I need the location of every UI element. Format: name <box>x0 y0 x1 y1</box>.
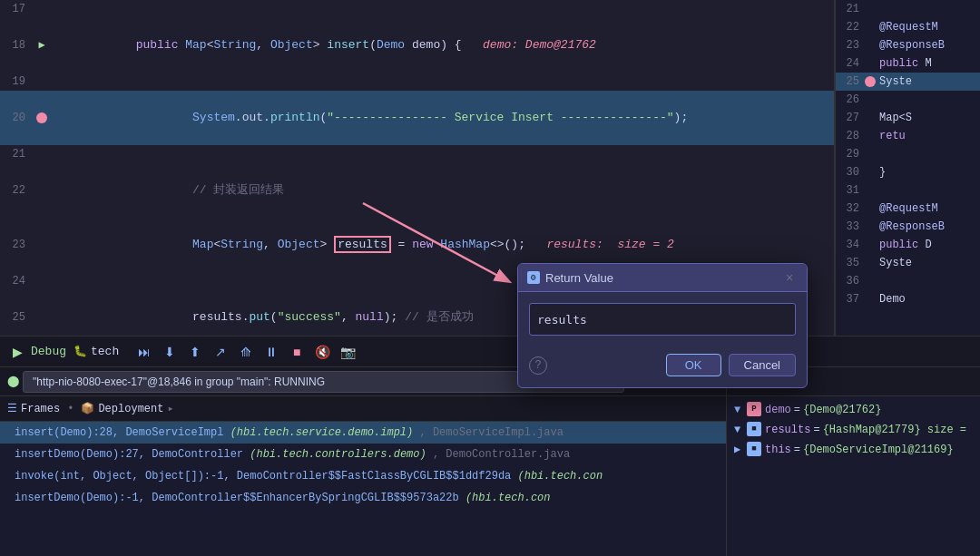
modal-body <box>518 292 807 346</box>
frame-item-3[interactable]: invoke(int, Object, Object[]):-1, DemoCo… <box>0 465 726 487</box>
var-item-this[interactable]: ▶ ■ this = {DemoServiceImpl@21169} <box>727 440 980 460</box>
frame-item-1[interactable]: insert(Demo):28, DemoServiceImpl (hbi.te… <box>0 422 726 444</box>
modal-title-left: ⚙ Return Value <box>527 271 613 285</box>
step-over-button[interactable]: ⏭ <box>133 342 155 362</box>
right-line-37: 37 Demo <box>836 290 980 308</box>
gutter-20 <box>33 112 51 123</box>
stop-button[interactable]: ■ <box>286 342 308 362</box>
frame-method-2: insertDemo(Demo):27, DemoController <box>15 448 243 461</box>
gutter-18: ▶ <box>33 36 51 54</box>
frames-header: ☰ Frames • 📦 Deployment ▸ <box>0 396 726 422</box>
right-c-27: Map<S <box>879 109 976 127</box>
code-area: 17 18 ▶ public Map<String, Object> inser… <box>0 0 980 336</box>
var-icon-results: ■ <box>747 422 761 436</box>
pause-button[interactable]: ⏸ <box>260 342 282 362</box>
var-eq-this: = <box>794 442 800 458</box>
line-num-24: 24 <box>4 272 33 290</box>
frame-class-3: (hbi.tech.con <box>518 470 603 483</box>
right-line-31: 31 <box>836 181 980 200</box>
mute-button[interactable]: 🔇 <box>311 342 333 362</box>
left-bottom: ⬤ "http-nio-8080-exec-17"@18,846 in grou… <box>0 367 726 556</box>
right-ln-30: 30 <box>839 163 865 181</box>
right-ln-34: 34 <box>839 236 865 254</box>
line-num-23: 23 <box>4 236 33 254</box>
right-c-33: @ResponseB <box>879 218 976 236</box>
right-c-25: Syste <box>879 73 976 91</box>
right-ln-36: 36 <box>839 272 865 290</box>
right-c-35: Syste <box>879 254 976 272</box>
run-cursor-button[interactable]: ↗ <box>210 342 231 362</box>
frame-file-2: , DemoController.java <box>433 448 570 461</box>
frame-item-2[interactable]: insertDemo(Demo):27, DemoController (hbi… <box>0 444 726 465</box>
right-line-30: 30 } <box>836 163 980 181</box>
modal-title-text: Return Value <box>545 271 613 285</box>
right-ln-26: 26 <box>839 91 865 109</box>
view-button[interactable]: 📷 <box>337 342 358 362</box>
line-num-20: 20 <box>4 109 33 127</box>
tech-tab-label: tech <box>91 345 119 358</box>
var-value-demo: {Demo@21762} <box>803 402 881 418</box>
right-ln-31: 31 <box>839 181 865 200</box>
frame-item-4[interactable]: insertDemo(Demo):-1, DemoController$$Enh… <box>0 487 726 509</box>
step-out-button[interactable]: ⬆ <box>184 342 206 362</box>
deployment-arrow: ▸ <box>167 402 173 415</box>
right-panel: 21 22 @RequestM 23 @ResponseB 24 public … <box>835 0 980 336</box>
frame-class-4: (hbi.tech.con <box>466 492 551 504</box>
var-item-results[interactable]: ▼ ■ results = {HashMap@21779} size = <box>727 420 980 440</box>
var-name-this: this <box>765 442 791 458</box>
var-item-demo[interactable]: ▼ P demo = {Demo@21762} <box>727 400 980 420</box>
modal-ok-button[interactable]: OK <box>666 354 721 376</box>
line-num-17: 17 <box>4 0 33 18</box>
modal-cancel-button[interactable]: Cancel <box>729 354 796 376</box>
right-c-24: public M <box>879 54 976 73</box>
debug-toolbar: ▶ Debug 🐛 tech ⏭ ⬇ ⬆ ↗ ⟰ ⏸ ■ 🔇 📷 <box>0 336 980 367</box>
right-line-34: 34 public D <box>836 236 980 254</box>
var-eq-demo: = <box>794 402 800 418</box>
right-ln-33: 33 <box>839 218 865 236</box>
modal-buttons: OK Cancel <box>666 354 796 376</box>
line-num-19: 19 <box>4 73 33 91</box>
frames-content: insert(Demo):28, DemoServiceImpl (hbi.te… <box>0 422 726 556</box>
modal-close-button[interactable]: × <box>781 269 798 286</box>
run-button[interactable]: ▶ <box>7 342 27 362</box>
modal-titlebar: ⚙ Return Value × <box>518 264 807 292</box>
modal-footer: ? OK Cancel <box>518 346 807 387</box>
right-c-34: public D <box>879 236 976 254</box>
right-ln-27: 27 <box>839 109 865 127</box>
frames-icon: ☰ <box>7 402 17 415</box>
right-ln-25: 25 <box>839 73 865 91</box>
var-toggle-results: ▼ <box>734 422 747 438</box>
line-num-18: 18 <box>4 36 33 54</box>
right-ln-37: 37 <box>839 290 865 308</box>
modal-help-button[interactable]: ? <box>529 356 547 375</box>
deployment-label: Deployment <box>98 403 163 415</box>
return-value-input[interactable] <box>529 303 796 336</box>
right-bp-25 <box>865 76 876 87</box>
var-toggle-demo: ▼ <box>734 402 747 418</box>
right-ln-23: 23 <box>839 36 865 54</box>
debug-tab-label: Debug <box>31 345 66 358</box>
right-line-32: 32 @RequestM <box>836 200 980 218</box>
code-line-17: 17 <box>0 0 834 18</box>
right-c-22: @RequestM <box>879 18 976 36</box>
line-num-22: 22 <box>4 181 33 200</box>
right-line-36: 36 <box>836 272 980 290</box>
code-line-21: 21 <box>0 145 834 163</box>
frames-sep: • <box>67 403 74 415</box>
eval-button[interactable]: ⟰ <box>235 342 257 362</box>
frame-file-1: , DemoServiceImpl.java <box>419 426 563 439</box>
frames-label: Frames <box>21 403 60 415</box>
code-line-19: 19 <box>0 73 834 91</box>
frame-method-4: insertDemo(Demo):-1, DemoController$$Enh… <box>15 492 459 504</box>
vars-content: ▼ P demo = {Demo@21762} ▼ ■ results = {H… <box>727 396 980 556</box>
frame-method-3: invoke(int, Object, Object[]):-1, DemoCo… <box>15 470 511 483</box>
right-line-24: 24 public M <box>836 54 980 73</box>
right-ln-21: 21 <box>839 0 865 18</box>
var-toggle-this: ▶ <box>734 442 747 458</box>
right-c-37: Demo <box>879 290 976 308</box>
right-ln-32: 32 <box>839 200 865 218</box>
step-into-button[interactable]: ⬇ <box>159 342 181 362</box>
right-ln-35: 35 <box>839 254 865 272</box>
right-line-35: 35 Syste <box>836 254 980 272</box>
right-line-22: 22 @RequestM <box>836 18 980 36</box>
